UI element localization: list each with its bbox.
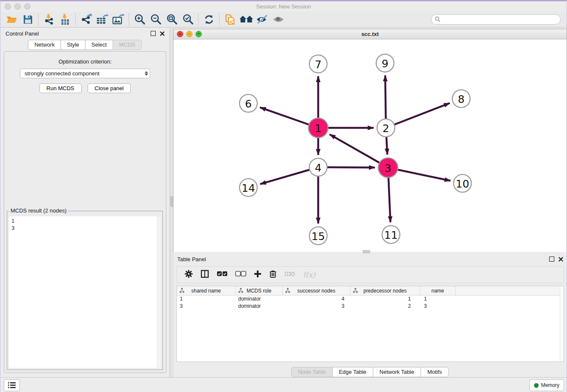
export-table-icon (96, 14, 109, 25)
zoom-in-button[interactable] (132, 13, 148, 26)
add-row-button[interactable] (254, 270, 261, 279)
toolbar-separator (219, 14, 220, 25)
column-header-name[interactable]: name (420, 286, 456, 295)
network-view-window: x − + scc.txt 7968124314101511 (173, 29, 567, 252)
network-canvas[interactable]: 7968124314101511 (173, 39, 567, 252)
result-scrollbar[interactable] (157, 216, 161, 368)
hide-selected-button[interactable] (254, 13, 270, 26)
column-layout-button[interactable] (201, 270, 209, 280)
cell-shared-name[interactable]: 1 (177, 295, 236, 303)
tab-edge-table[interactable]: Edge Table (332, 367, 373, 377)
deselect-all-button[interactable] (235, 271, 246, 279)
close-panel-button[interactable]: Close panel (88, 83, 131, 93)
zoom-selected-button[interactable] (180, 13, 196, 26)
cell-name[interactable]: 3 (420, 303, 456, 310)
zoom-fit-icon (165, 13, 178, 26)
mcds-tab-content: Optimization criterion: strongly connect… (4, 51, 166, 373)
close-table-panel-icon[interactable] (559, 257, 563, 262)
mcds-result-box[interactable]: 1 3 (9, 216, 161, 368)
list-icon (8, 382, 16, 388)
column-header-predecessor-nodes[interactable]: predecessor nodes (350, 286, 420, 295)
export-table-button[interactable] (94, 13, 110, 26)
clone-network-button[interactable] (222, 13, 238, 26)
run-mcds-button[interactable]: Run MCDS (39, 83, 82, 93)
tab-network-table[interactable]: Network Table (373, 367, 421, 377)
tab-motifs[interactable]: Motifs (421, 367, 449, 377)
canvas-resize-handle-icon[interactable] (363, 250, 370, 253)
zoom-out-icon (149, 13, 162, 26)
show-all-button[interactable] (270, 13, 286, 26)
mcds-result-text: 1 3 (9, 216, 161, 232)
task-history-button[interactable] (4, 379, 20, 391)
hide-eye-icon (256, 14, 269, 25)
network-view-titlebar: x − + scc.txt (173, 29, 567, 39)
refresh-layout-button[interactable] (201, 13, 217, 26)
open-folder-icon (6, 14, 18, 25)
export-image-button[interactable] (110, 13, 127, 26)
memory-label: Memory (541, 382, 559, 388)
save-session-button[interactable] (20, 13, 36, 26)
cell-successor-nodes[interactable]: 4 (283, 295, 350, 303)
table-scrollbar[interactable] (560, 286, 564, 362)
tab-network[interactable]: Network (28, 40, 61, 50)
refresh-layout-icon (203, 14, 215, 25)
cell-predecessor-nodes[interactable]: 2 (350, 303, 420, 310)
main-toolbar (0, 12, 567, 28)
select-all-button[interactable] (217, 271, 228, 279)
cell-name[interactable]: 1 (420, 295, 456, 303)
attribute-tree-icon (285, 288, 290, 293)
cell-predecessor-nodes[interactable]: 1 (350, 295, 420, 303)
graph-edge-2-8[interactable] (386, 103, 450, 128)
zoom-selected-icon (182, 13, 194, 26)
search-input[interactable] (431, 14, 561, 25)
import-network-icon (43, 14, 55, 25)
zoom-fit-button[interactable] (164, 13, 180, 26)
home-icon (239, 14, 253, 25)
cell-MCDS-role[interactable]: dominator (236, 295, 283, 303)
tab-mcds[interactable]: MCDS (113, 40, 141, 50)
tab-style[interactable]: Style (61, 40, 85, 50)
control-panel-header: Control Panel (0, 28, 170, 39)
cell-shared-name[interactable]: 3 (177, 303, 236, 310)
criterion-select[interactable]: strongly connected component (20, 69, 150, 78)
column-header-successor-nodes[interactable]: successor nodes (283, 286, 350, 295)
attribute-tree-icon (238, 288, 243, 293)
mcds-result-title: MCDS result (2 nodes) (9, 207, 68, 214)
table-header-row: shared nameMCDS rolesuccessor nodesprede… (177, 286, 564, 295)
home-button[interactable] (238, 13, 254, 26)
close-panel-icon[interactable] (160, 31, 165, 36)
cell-successor-nodes[interactable]: 3 (283, 303, 350, 310)
open-session-button[interactable] (4, 13, 20, 26)
import-table-button[interactable] (57, 13, 73, 26)
graph-node-label-4: 4 (315, 162, 322, 174)
import-network-button[interactable] (41, 13, 57, 26)
column-label: successor nodes (297, 288, 335, 294)
export-network-icon (80, 14, 93, 25)
table-panel: Table Panel (173, 254, 567, 379)
graph-node-label-14: 14 (242, 182, 255, 194)
settings-gear-button[interactable] (184, 270, 193, 280)
save-icon (23, 14, 33, 25)
network-graph: 7968124314101511 (173, 39, 567, 252)
float-table-panel-icon[interactable] (549, 257, 554, 262)
columns-icon (201, 270, 209, 278)
delete-table-button[interactable] (284, 271, 295, 279)
cell-MCDS-role[interactable]: dominator (236, 303, 283, 310)
function-builder-button[interactable]: f(x) (303, 271, 315, 279)
column-header-MCDS-role[interactable]: MCDS role (236, 286, 283, 295)
tab-node-table[interactable]: Node Table (291, 367, 333, 377)
control-panel-tabs: NetworkStyleSelectMCDS (0, 40, 170, 50)
table-row[interactable]: 1dominator411 (177, 295, 564, 303)
delete-row-button[interactable] (269, 270, 277, 280)
control-panel-title: Control Panel (6, 30, 39, 37)
graph-node-label-1: 1 (315, 122, 322, 135)
memory-button[interactable]: Memory (529, 379, 564, 391)
tab-select[interactable]: Select (85, 40, 113, 50)
table-row[interactable]: 3dominator323 (177, 303, 564, 310)
export-network-button[interactable] (78, 13, 94, 26)
zoom-out-button[interactable] (148, 13, 164, 26)
toolbar-separator (129, 14, 129, 25)
float-panel-icon[interactable] (151, 31, 156, 36)
column-header-shared-name[interactable]: shared name (177, 286, 236, 295)
gear-icon (184, 270, 193, 278)
